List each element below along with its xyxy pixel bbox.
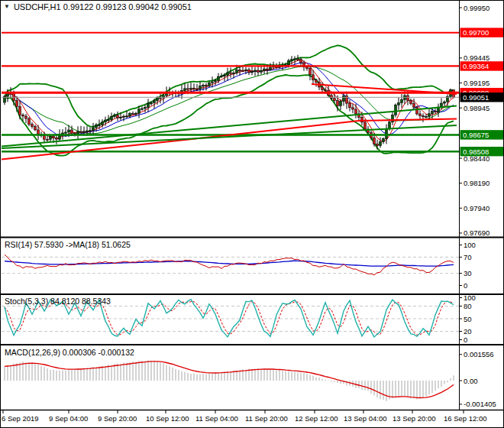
level-price-badge-label: 0.99700	[463, 28, 489, 37]
time-tick-label: 13 Sep 04:00	[344, 414, 387, 423]
price-tick-label: 0.98190	[464, 179, 489, 187]
price-tick-label: 0.99950	[464, 4, 489, 12]
chart-title-text: USDCHF,H1 0.99122 0.99123 0.99042 0.9905…	[14, 2, 192, 11]
symbol-dropdown-icon[interactable]: ▼	[4, 4, 10, 10]
rsi-panel[interactable]	[2, 255, 459, 275]
mt4-chart-window: 0.999500.994450.991950.989450.984400.981…	[0, 0, 504, 428]
price-tick-label: 0.97690	[464, 229, 489, 237]
price-tick-label: 0.98945	[464, 104, 489, 112]
time-tick-label: 13 Sep 20:00	[393, 414, 436, 423]
rsi-tick-label: 30	[464, 269, 472, 277]
chart-title: ▼ USDCHF,H1 0.99122 0.99123 0.99042 0.99…	[4, 2, 192, 11]
time-axis[interactable]: 6 Sep 20199 Sep 04:009 Sep 20:0010 Sep 1…	[2, 410, 487, 423]
level-price-badge-label: 0.99364	[463, 62, 489, 70]
time-tick-label: 10 Sep 12:00	[146, 414, 189, 423]
rsi-tick-label: 0	[464, 281, 467, 290]
time-tick-label: 9 Sep 04:00	[49, 414, 88, 423]
stoch-indicator-label: Stoch(5,3,3) 84.8120 88.5343	[5, 297, 111, 306]
price-tick-label: 0.99445	[464, 54, 489, 62]
main-price-chart[interactable]	[2, 33, 459, 160]
level-price-badge-label: 0.98675	[463, 131, 489, 139]
macd-tick-label: 0.00	[464, 377, 478, 385]
time-tick-label: 6 Sep 2019	[2, 414, 39, 423]
price-tick-label: 0.99195	[464, 79, 489, 87]
stoch-tick-label: 0	[464, 336, 467, 344]
macd-tick-label: -0.001405	[464, 400, 496, 408]
time-tick-label: 11 Sep 04:00	[195, 414, 238, 423]
time-tick-label: 9 Sep 20:00	[98, 414, 137, 423]
rsi-indicator-label: RSI(14) 57.5930 ->MA(18) 51.0625	[5, 240, 131, 249]
current-price-badge-label: 0.99051	[463, 93, 489, 102]
stoch-tick-label: 50	[464, 315, 472, 323]
time-tick-label: 11 Sep 20:00	[245, 414, 288, 423]
rsi-tick-label: 70	[464, 253, 472, 261]
level-price-badge-label: 0.98508	[463, 148, 489, 156]
macd-indicator-label: MACD(12,26,9) 0.000306 -0.000132	[5, 348, 134, 357]
price-axis[interactable]: 0.999500.994450.991950.989450.984400.981…	[459, 4, 504, 409]
chart-canvas: 0.999500.994450.991950.989450.984400.981…	[0, 0, 504, 428]
time-tick-label: 16 Sep 12:00	[444, 414, 487, 423]
stoch-tick-label: 20	[464, 327, 472, 336]
time-tick-label: 12 Sep 12:00	[295, 414, 338, 423]
price-tick-label: 0.97940	[464, 204, 489, 212]
rsi-tick-label: 100	[464, 241, 476, 249]
macd-panel[interactable]	[5, 360, 454, 400]
stoch-tick-label: 80	[464, 302, 472, 310]
macd-tick-label: 0.001556	[464, 350, 494, 358]
